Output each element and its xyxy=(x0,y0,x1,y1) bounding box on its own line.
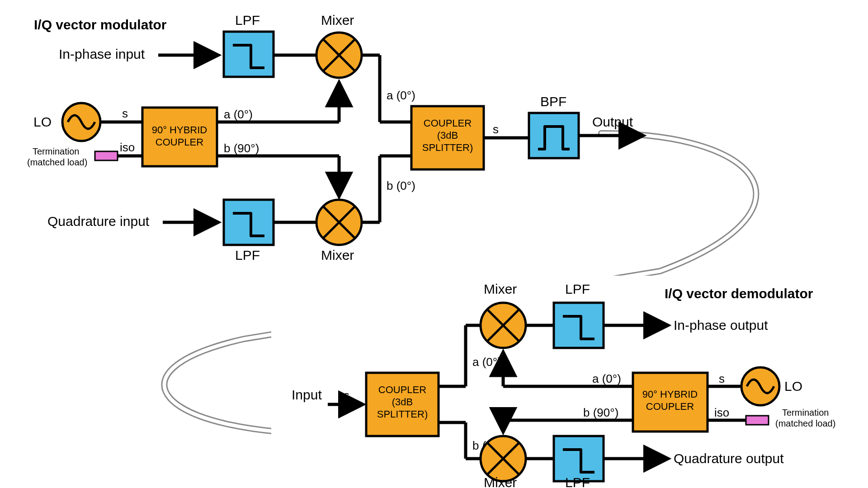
demod-lpf-bot-label: LPF xyxy=(565,475,590,488)
demod-lpf-top-label: LPF xyxy=(565,282,590,296)
mod-s2: s xyxy=(493,122,499,136)
lpf-bot-block xyxy=(224,200,274,245)
mod-a0-h: a (0°) xyxy=(224,108,253,121)
demod-lpf-bot xyxy=(554,436,604,481)
termination-label-1: Termination xyxy=(33,146,79,156)
mixer-bot-label: Mixer xyxy=(321,248,354,263)
svg-text:90° HYBRID: 90° HYBRID xyxy=(642,389,698,400)
demod-lpf-top xyxy=(554,303,604,348)
demod-quad-out: Quadrature output xyxy=(674,451,784,466)
demod-s-2: s xyxy=(344,389,349,402)
svg-text:COUPLER: COUPLER xyxy=(646,401,694,412)
lo-label: LO xyxy=(33,114,52,129)
demod-lo-label: LO xyxy=(784,379,802,394)
splitter-t2: (3dB xyxy=(437,130,458,141)
lpf-top-label: LPF xyxy=(235,13,260,28)
svg-text:(3dB: (3dB xyxy=(392,396,413,408)
mod-s-label: s xyxy=(122,107,128,120)
demod-s2: s xyxy=(719,372,725,385)
demod-mixer-bot-label: Mixer xyxy=(484,475,517,488)
modulator-title: I/Q vector modulator xyxy=(34,17,167,32)
svg-text:COUPLER: COUPLER xyxy=(378,384,426,395)
mod-iso-label: iso xyxy=(120,141,135,154)
bpf-label: BPF xyxy=(540,94,566,109)
mixer-top-label: Mixer xyxy=(321,13,354,28)
splitter-t3: SPLITTER) xyxy=(422,142,473,153)
demod-a0c: a (0°) xyxy=(472,355,501,369)
demod-iso: iso xyxy=(714,406,729,419)
in-phase-input-label: In-phase input xyxy=(59,47,145,61)
hybrid-text-2: COUPLER xyxy=(156,136,203,148)
modulator-section: I/Q vector modulator In-phase input LPF … xyxy=(27,13,642,263)
mod-b0-c: b (0°) xyxy=(387,179,415,192)
mod-a0-c: a (0°) xyxy=(387,89,415,102)
demod-termination-block xyxy=(746,416,769,425)
lpf-bot-label: LPF xyxy=(235,248,260,263)
demod-title-2: I/Q vector demodulator xyxy=(665,286,813,301)
demod-term1: Termination xyxy=(782,408,829,418)
svg-text:SPLITTER): SPLITTER) xyxy=(377,408,428,420)
quad-input-label: Quadrature input xyxy=(47,214,150,229)
demod-a0h: a (0°) xyxy=(592,372,621,385)
demod-inphase-out: In-phase output xyxy=(674,318,768,333)
bpf-block xyxy=(529,113,579,158)
termination-label-2: (matched load) xyxy=(27,157,87,167)
demod-input-label2: Input xyxy=(292,387,322,402)
termination-block xyxy=(95,151,118,160)
lpf-top-block xyxy=(224,32,274,77)
output-label: Output xyxy=(592,114,633,129)
splitter-t1: COUPLER xyxy=(424,117,472,129)
demod-term2: (matched load) xyxy=(775,418,835,428)
demod-b90h: b (90°) xyxy=(583,406,618,419)
hybrid-text-1: 90° HYBRID xyxy=(152,124,208,136)
demod-mixer-top-label: Mixer xyxy=(484,282,517,296)
mod-b90-h: b (90°) xyxy=(224,141,259,155)
